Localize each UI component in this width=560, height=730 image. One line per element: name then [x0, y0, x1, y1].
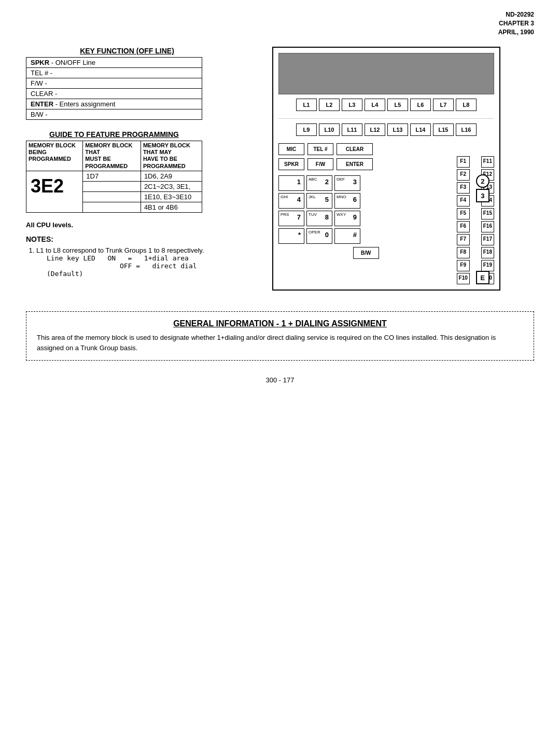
- num-btn-letters: ABC: [309, 177, 317, 182]
- f19-btn[interactable]: F19: [481, 260, 494, 271]
- f11-btn[interactable]: F11: [481, 156, 494, 168]
- badge-3: 3: [476, 189, 489, 202]
- kf-row: SPKR - ON/OFF Line: [26, 58, 202, 68]
- line-btn[interactable]: L10: [319, 123, 340, 136]
- notes-section: NOTES: L1 to L8 correspond to Trunk Grou…: [26, 235, 228, 278]
- kf-row: ENTER - Enters assignment: [26, 99, 202, 109]
- mic-btn[interactable]: MIC: [278, 143, 304, 155]
- line-btn[interactable]: L7: [433, 99, 454, 111]
- f11-placeholder: [481, 143, 494, 155]
- f6-btn[interactable]: F6: [457, 221, 470, 232]
- guide-col2-row3: [83, 191, 141, 202]
- guide-col2-header: MEMORY BLOCK THATMUST BE PROGRAMMED: [83, 141, 141, 171]
- general-info-text: This area of the memory block is used to…: [37, 333, 523, 353]
- line-btn[interactable]: L2: [319, 99, 340, 111]
- line-btn[interactable]: L16: [456, 123, 477, 136]
- guide-col3-header: MEMORY BLOCK THAT MAYHAVE TO BE PROGRAMM…: [141, 141, 202, 171]
- f1-placeholder: [457, 143, 470, 155]
- guide-title: GUIDE TO FEATURE PROGRAMMING: [26, 130, 202, 139]
- badge-e: E: [476, 271, 489, 284]
- line-btn[interactable]: L15: [433, 123, 454, 136]
- f4-btn[interactable]: F4: [457, 195, 470, 206]
- num-btn-8[interactable]: TUV8: [306, 211, 332, 226]
- line-btn[interactable]: L14: [410, 123, 431, 136]
- bw-btn[interactable]: B/W: [353, 247, 379, 259]
- num-btn-5[interactable]: JKL5: [306, 193, 332, 209]
- f16-btn[interactable]: F16: [481, 221, 494, 232]
- num-btn-1[interactable]: 1: [278, 175, 304, 191]
- line-buttons-row2: L9L10L11L12L13L14L15L16: [278, 123, 494, 136]
- line-btn[interactable]: L9: [296, 123, 317, 136]
- f5-btn[interactable]: F5: [457, 208, 470, 219]
- num-btn-letters: TUV: [309, 212, 317, 217]
- num-grid: 1ABC2DEF3GHI4JKL5MNO6PRS7TUV8WXY9*OPER0#: [278, 175, 454, 244]
- num-btn-6[interactable]: MNO6: [334, 193, 360, 209]
- line-btn[interactable]: L3: [342, 99, 362, 111]
- phone-screen: [278, 53, 494, 94]
- keypad-area: MIC TEL # CLEAR SPKR F/W ENTER 1ABC2DEF3…: [278, 143, 494, 284]
- f8-btn[interactable]: F8: [457, 247, 470, 258]
- f7-btn[interactable]: F7: [457, 234, 470, 245]
- line-btn[interactable]: L5: [387, 99, 408, 111]
- header: ND-20292 CHAPTER 3 APRIL, 1990: [498, 10, 534, 36]
- line-btn[interactable]: L13: [387, 123, 408, 136]
- kf-row: TEL # -: [26, 68, 202, 78]
- badge-2: 2: [476, 174, 489, 188]
- notes-list: L1 to L8 correspond to Trunk Groups 1 to…: [26, 246, 228, 278]
- cpu-levels: All CPU levels.: [26, 221, 228, 229]
- num-btn-*[interactable]: *: [278, 228, 304, 244]
- num-btn-letters: JKL: [309, 195, 316, 199]
- f10-btn[interactable]: F10: [457, 273, 470, 284]
- fw-btn[interactable]: F/W: [307, 158, 333, 170]
- spkr-btn[interactable]: SPKR: [278, 158, 304, 170]
- f1-btn[interactable]: F1: [457, 156, 470, 168]
- f3-btn[interactable]: F3: [457, 182, 470, 194]
- num-btn-2[interactable]: ABC2: [306, 175, 332, 191]
- num-btn-letters: DEF: [337, 177, 345, 182]
- fkeys-mid: F1 F2 F3 F4 F5 F6 F7 F8 F9 F10 2 3: [457, 143, 470, 284]
- header-line3: APRIL, 1990: [498, 28, 534, 37]
- line-btn[interactable]: L12: [365, 123, 385, 136]
- badge-area: 2 3: [476, 174, 489, 202]
- f9-btn[interactable]: F9: [457, 260, 470, 271]
- line-key-info: Line key LED ON = 1+dial area OFF = dire…: [47, 254, 228, 278]
- num-btn-#[interactable]: #: [334, 228, 360, 244]
- guide-col3-row4: 4B1 or 4B6: [141, 202, 202, 212]
- line-btn[interactable]: L1: [296, 99, 317, 111]
- f18-btn[interactable]: F18: [481, 247, 494, 258]
- guide-col2-row1: 1D7: [83, 171, 141, 181]
- num-btn-letters: MNO: [337, 195, 346, 199]
- f15-btn[interactable]: F15: [481, 208, 494, 219]
- num-btn-3[interactable]: DEF3: [334, 175, 360, 191]
- num-btn-letters: GHI: [281, 195, 288, 199]
- f17-btn[interactable]: F17: [481, 234, 494, 245]
- key-function-section: KEY FUNCTION (OFF LINE) SPKR - ON/OFF Li…: [26, 47, 228, 120]
- right-column: L1L2L3L4L5L6L7L8 L9L10L11L12L13L14L15L16…: [239, 47, 534, 291]
- line-btn[interactable]: L4: [365, 99, 385, 111]
- enter-btn[interactable]: ENTER: [337, 158, 373, 170]
- left-column: KEY FUNCTION (OFF LINE) SPKR - ON/OFF Li…: [26, 47, 228, 291]
- page-number: 300 - 177: [26, 376, 534, 384]
- num-btn-4[interactable]: GHI4: [278, 193, 304, 209]
- num-btn-9[interactable]: WXY9: [334, 211, 360, 226]
- guide-col3-row3: 1E10, E3~3E10: [141, 191, 202, 202]
- tel-btn[interactable]: TEL #: [307, 143, 333, 155]
- kf-row: B/W -: [26, 109, 202, 120]
- num-btn-letters: PRS: [281, 212, 289, 217]
- header-line1: ND-20292: [498, 10, 534, 19]
- f2-btn[interactable]: F2: [457, 169, 470, 181]
- header-line2: CHAPTER 3: [498, 19, 534, 28]
- line-btn[interactable]: L6: [410, 99, 431, 111]
- guide-table: MEMORY BLOCK BEINGPROGRAMMED MEMORY BLOC…: [26, 141, 202, 213]
- fkeys-far: F11 F12 F13 F14 F15 F16 F17 F18 F19 F20: [481, 143, 494, 284]
- clear-btn[interactable]: CLEAR: [337, 143, 373, 155]
- num-btn-7[interactable]: PRS7: [278, 211, 304, 226]
- bw-row: B/W: [278, 247, 454, 259]
- num-btn-0[interactable]: OPER0: [306, 228, 332, 244]
- num-btn-letters: OPER: [309, 230, 320, 235]
- general-info-title: GENERAL INFORMATION - 1 + DIALING ASSIGN…: [37, 319, 523, 328]
- func-row1: MIC TEL # CLEAR: [278, 143, 454, 155]
- line-btn[interactable]: L8: [456, 99, 477, 111]
- phone-diagram: L1L2L3L4L5L6L7L8 L9L10L11L12L13L14L15L16…: [272, 47, 500, 291]
- line-btn[interactable]: L11: [342, 123, 362, 136]
